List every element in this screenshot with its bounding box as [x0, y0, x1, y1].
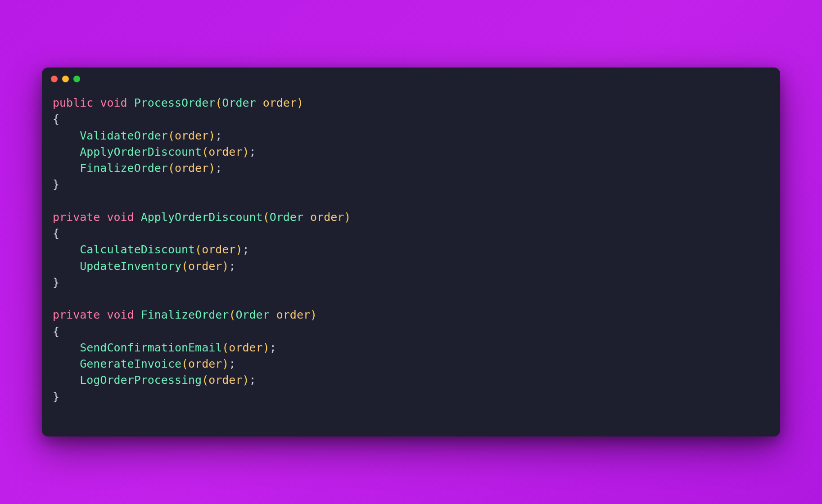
code-line: } [53, 276, 59, 289]
call-calculatediscount: CalculateDiscount [80, 243, 195, 256]
code-line: SendConfirmationEmail(order); [53, 341, 276, 354]
code-line: public void ProcessOrder(Order order) [53, 96, 303, 109]
lparen: ( [215, 96, 222, 109]
keyword-void: void [107, 308, 134, 321]
code-line: } [53, 178, 59, 191]
method-name: FinalizeOrder [141, 308, 229, 321]
lbrace: { [53, 112, 59, 126]
code-line: ApplyOrderDiscount(order); [53, 145, 256, 158]
type-order: Order [222, 96, 256, 109]
window-titlebar [42, 68, 780, 82]
rparen: ) [297, 96, 303, 109]
code-line: ValidateOrder(order); [53, 129, 222, 142]
keyword-void: void [100, 96, 127, 109]
call-applyorderdiscount: ApplyOrderDiscount [80, 145, 202, 158]
code-line: LogOrderProcessing(order); [53, 374, 256, 387]
code-line: GenerateInvoice(order); [53, 357, 235, 370]
rbrace: } [53, 178, 59, 191]
code-line: { [53, 112, 59, 126]
window-minimize-icon[interactable] [62, 76, 69, 82]
window-zoom-icon[interactable] [73, 76, 80, 82]
code-editor[interactable]: public void ProcessOrder(Order order) { … [42, 82, 780, 436]
keyword-private: private [53, 211, 100, 224]
method-name: ProcessOrder [134, 96, 216, 109]
code-window: public void ProcessOrder(Order order) { … [42, 68, 780, 436]
keyword-public: public [53, 96, 93, 109]
call-finalizeorder: FinalizeOrder [80, 162, 168, 175]
param-order: order [263, 96, 297, 109]
call-generateinvoice: GenerateInvoice [80, 357, 181, 370]
code-line: UpdateInventory(order); [53, 260, 235, 273]
window-close-icon[interactable] [51, 76, 58, 82]
method-name: ApplyOrderDiscount [141, 211, 263, 224]
keyword-private: private [53, 308, 100, 321]
code-line: { [53, 227, 59, 240]
code-line: { [53, 325, 59, 338]
code-line: FinalizeOrder(order); [53, 162, 222, 175]
call-logorderprocessing: LogOrderProcessing [80, 374, 202, 387]
code-line: CalculateDiscount(order); [53, 243, 249, 256]
call-sendconfirmationemail: SendConfirmationEmail [80, 341, 222, 354]
code-line: private void ApplyOrderDiscount(Order or… [53, 211, 351, 224]
call-validateorder: ValidateOrder [80, 129, 168, 142]
code-line: } [53, 390, 59, 403]
call-updateinventory: UpdateInventory [80, 260, 181, 273]
code-line: private void FinalizeOrder(Order order) [53, 308, 317, 321]
keyword-void: void [107, 211, 134, 224]
